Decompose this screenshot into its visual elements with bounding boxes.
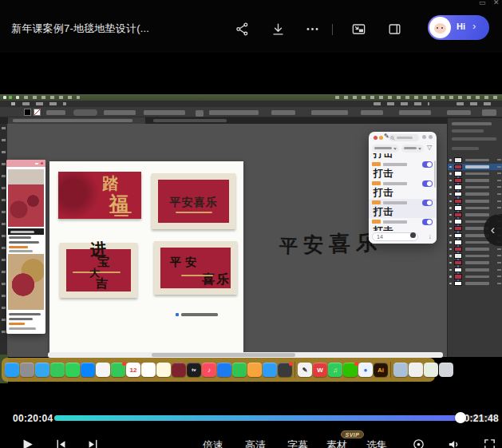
layer-visibility-icon[interactable] — [449, 228, 452, 230]
fullscreen-icon[interactable] — [483, 438, 497, 448]
layer-row[interactable] — [448, 280, 502, 287]
close-icon[interactable]: ✕ — [493, 0, 500, 6]
sphere-icon[interactable] — [278, 363, 292, 377]
panel-close-icon[interactable] — [374, 136, 377, 140]
layer-visibility-icon[interactable] — [449, 220, 452, 223]
layer-row[interactable] — [448, 170, 502, 177]
episodes-menu[interactable]: 选集 — [363, 438, 390, 448]
qq-music-icon[interactable]: ♫ — [328, 363, 342, 377]
layer-row[interactable] — [448, 273, 502, 280]
layer-visibility-icon[interactable] — [449, 269, 452, 272]
layer-visibility-icon[interactable] — [449, 186, 452, 188]
font-enable-toggle[interactable] — [422, 180, 433, 187]
mat-4[interactable]: 平安 喜乐 — [154, 241, 237, 295]
layer-row[interactable] — [448, 252, 502, 260]
app-store-icon[interactable] — [81, 363, 95, 377]
wechat-icon[interactable] — [343, 363, 358, 377]
progress-thumb[interactable] — [455, 412, 466, 423]
layer-row[interactable] — [448, 204, 502, 212]
layer-visibility-icon[interactable] — [449, 255, 452, 257]
pin-icon[interactable] — [422, 135, 426, 139]
facetime-icon[interactable] — [50, 363, 65, 377]
layer-visibility-icon[interactable] — [449, 207, 452, 209]
font-enable-toggle[interactable] — [422, 219, 433, 225]
play-icon[interactable] — [21, 438, 35, 448]
volume-icon[interactable] — [447, 438, 461, 448]
folder-icon[interactable] — [393, 363, 408, 377]
reminders-icon[interactable] — [141, 363, 156, 377]
subtitle-menu[interactable]: 字幕 — [284, 438, 311, 448]
pasteboard-text[interactable]: 平 安 喜 乐 — [279, 228, 377, 257]
music-icon[interactable]: ♪ — [202, 363, 216, 377]
font-row[interactable]: 打击 — [369, 161, 437, 180]
layer-visibility-icon[interactable] — [449, 166, 452, 168]
layer-row[interactable] — [448, 177, 502, 184]
font-row[interactable]: 打击 — [369, 218, 437, 231]
font-row[interactable]: 打击 — [369, 199, 437, 218]
font-sort-dropdown[interactable] — [401, 145, 424, 153]
calendar-icon[interactable]: 12 — [126, 363, 140, 377]
numbers-icon[interactable] — [232, 363, 247, 377]
layer-row[interactable] — [448, 260, 502, 267]
finder-icon[interactable] — [5, 363, 19, 377]
layer-visibility-icon[interactable] — [449, 235, 452, 237]
trash-icon[interactable] — [439, 363, 453, 377]
layer-row[interactable] — [448, 198, 502, 205]
speed-menu[interactable]: 倍速 — [200, 438, 227, 448]
dock[interactable]: 12tv♪✎W♫●Ai — [2, 358, 435, 382]
pencil-icon[interactable] — [247, 363, 262, 377]
panel-minimize-icon[interactable] — [379, 136, 383, 140]
horizontal-scrollbar[interactable] — [48, 352, 443, 358]
layer-visibility-icon[interactable] — [449, 172, 452, 175]
mini-player-icon[interactable] — [387, 22, 403, 38]
font-row[interactable]: 打击 — [369, 180, 437, 199]
font-enable-toggle[interactable] — [422, 161, 433, 168]
keynote-icon[interactable] — [217, 363, 231, 377]
apple-tv-icon[interactable]: tv — [187, 363, 201, 377]
layer-row[interactable] — [448, 157, 502, 164]
reference-window[interactable] — [6, 160, 45, 334]
font-manager-panel[interactable]: ✎ ▽ 打击打击打击打击打击 14 ↓ — [369, 132, 437, 244]
layer-row[interactable] — [448, 164, 502, 171]
font-list-scrollbar[interactable] — [434, 161, 436, 188]
baidu-netdisk-icon[interactable]: ● — [358, 363, 373, 377]
layer-visibility-icon[interactable] — [449, 200, 452, 203]
illustrator-icon[interactable]: Ai — [374, 363, 388, 377]
layer-visibility-icon[interactable] — [449, 262, 452, 264]
download-icon[interactable] — [271, 22, 287, 38]
documents-icon[interactable] — [409, 363, 423, 377]
layer-visibility-icon[interactable] — [449, 283, 452, 285]
mat-2[interactable]: 平安喜乐 — [152, 173, 235, 229]
launchpad-icon[interactable] — [20, 363, 34, 377]
fill-swatch[interactable] — [24, 109, 31, 116]
mat-1[interactable]: 踏 福 — [58, 172, 141, 219]
pen-tool-icon[interactable]: ✎ — [298, 363, 312, 377]
account-button[interactable]: Hi › — [428, 15, 489, 40]
restore-icon[interactable]: ▭ — [479, 0, 486, 6]
next-episode-icon[interactable] — [86, 438, 101, 448]
picture-in-picture-icon[interactable] — [351, 22, 367, 38]
more-options-icon[interactable] — [305, 22, 321, 38]
layer-visibility-icon[interactable] — [449, 276, 452, 278]
previous-episode-icon[interactable] — [54, 438, 69, 448]
maps-icon[interactable] — [424, 363, 438, 377]
material-menu[interactable]: 素材 — [323, 438, 350, 448]
font-list[interactable]: 打击打击打击打击打击 — [369, 153, 437, 231]
layer-row[interactable] — [448, 191, 502, 198]
mat-3[interactable]: 进 宝 大 吉 — [60, 243, 137, 298]
font-search-input[interactable] — [389, 134, 419, 141]
app-store-2-icon[interactable] — [263, 363, 277, 377]
layer-visibility-icon[interactable] — [449, 241, 452, 244]
reference-window-titlebar[interactable] — [6, 160, 45, 167]
layer-visibility-icon[interactable] — [449, 248, 452, 251]
wps-icon[interactable]: W — [313, 363, 327, 377]
layer-row[interactable] — [448, 246, 502, 253]
layer-visibility-icon[interactable] — [449, 193, 452, 196]
layer-visibility-icon[interactable] — [449, 159, 452, 161]
disc-icon[interactable] — [172, 363, 186, 377]
video-call-icon[interactable] — [111, 363, 125, 377]
download-font-icon[interactable]: ↓ — [429, 232, 433, 240]
quality-menu[interactable]: 高清 — [242, 438, 269, 448]
filter-icon[interactable]: ▽ — [427, 144, 432, 151]
font-enable-toggle[interactable] — [422, 200, 433, 206]
